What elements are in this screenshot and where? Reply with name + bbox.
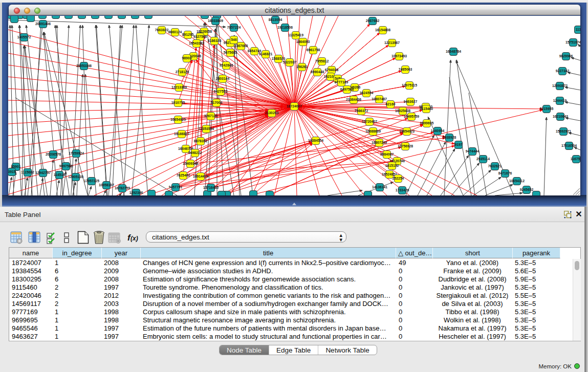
- svg-text:9227342: 9227342: [556, 69, 570, 73]
- svg-text:9327506: 9327506: [193, 35, 207, 38]
- svg-text:12905135: 12905135: [68, 175, 83, 179]
- svg-text:17359924: 17359924: [69, 151, 84, 155]
- svg-text:2130203: 2130203: [265, 111, 279, 115]
- svg-text:15409348: 15409348: [183, 162, 198, 165]
- svg-text:21364436: 21364436: [346, 98, 361, 101]
- svg-text:19166827: 19166827: [174, 132, 189, 136]
- svg-text:9115460: 9115460: [420, 107, 433, 111]
- svg-text:10756928: 10756928: [398, 144, 413, 148]
- svg-text:2087682: 2087682: [366, 19, 380, 23]
- svg-text:9777169: 9777169: [335, 80, 349, 84]
- svg-text:7857224: 7857224: [227, 26, 241, 29]
- svg-text:8186328: 8186328: [208, 39, 222, 42]
- svg-text:15716485: 15716485: [203, 186, 219, 189]
- svg-text:5938928: 5938928: [443, 136, 456, 139]
- svg-text:12942757: 12942757: [35, 171, 51, 174]
- svg-text:15692971: 15692971: [556, 129, 571, 133]
- svg-text:11325419: 11325419: [288, 33, 303, 37]
- svg-text:8660124: 8660124: [168, 30, 182, 34]
- svg-text:2803144: 2803144: [216, 77, 230, 80]
- svg-text:3915: 3915: [8, 170, 16, 173]
- svg-text:15720407: 15720407: [362, 120, 377, 123]
- svg-text:546: 546: [231, 38, 237, 41]
- svg-text:10025438: 10025438: [395, 109, 410, 113]
- svg-text:1115682: 1115682: [21, 170, 34, 174]
- svg-text:16154808: 16154808: [375, 28, 390, 32]
- svg-text:17957225: 17957225: [84, 179, 99, 183]
- svg-text:9097586: 9097586: [59, 164, 73, 168]
- svg-text:1244419: 1244419: [553, 99, 567, 102]
- svg-text:12353594: 12353594: [199, 127, 214, 130]
- svg-text:0899695: 0899695: [420, 121, 434, 125]
- svg-text:8215955: 8215955: [540, 107, 554, 111]
- svg-text:16782759: 16782759: [115, 186, 130, 190]
- svg-text:6497568: 6497568: [340, 87, 354, 91]
- svg-text:7485063: 7485063: [399, 68, 412, 71]
- svg-text:9463627: 9463627: [404, 100, 418, 103]
- svg-text:19384554: 19384554: [308, 139, 323, 142]
- svg-text:10654925: 10654925: [170, 118, 186, 121]
- svg-text:1615152: 1615152: [385, 164, 399, 167]
- svg-text:1864093: 1864093: [296, 40, 310, 43]
- svg-text:16033809: 16033809: [208, 19, 223, 23]
- svg-text:9457791: 9457791: [169, 185, 183, 189]
- svg-text:111: 111: [576, 28, 580, 31]
- svg-text:7632621: 7632621: [488, 164, 502, 168]
- svg-text:1440954: 1440954: [431, 129, 445, 133]
- svg-text:10973493: 10973493: [391, 54, 407, 58]
- svg-text:20206576: 20206576: [46, 152, 61, 156]
- svg-text:14136141: 14136141: [372, 185, 387, 189]
- svg-text:1292346: 1292346: [129, 191, 143, 194]
- svg-text:16543382: 16543382: [189, 41, 204, 45]
- svg-text:17016504: 17016504: [561, 144, 577, 147]
- svg-text:29053346: 29053346: [76, 64, 92, 68]
- svg-text:9829966: 9829966: [559, 54, 573, 58]
- svg-text:12213389: 12213389: [171, 85, 187, 89]
- svg-text:16914479: 16914479: [193, 174, 208, 178]
- svg-text:5322037: 5322037: [283, 60, 297, 64]
- svg-text:891295: 891295: [182, 33, 194, 36]
- svg-text:98903: 98903: [182, 56, 192, 60]
- svg-text:6961758: 6961758: [307, 48, 320, 52]
- svg-text:5498222: 5498222: [188, 151, 202, 155]
- svg-text:9474444: 9474444: [466, 149, 480, 153]
- svg-text:18807249: 18807249: [372, 141, 387, 144]
- svg-text:114519: 114519: [54, 173, 66, 177]
- svg-text:18724007: 18724007: [287, 104, 302, 108]
- svg-text:1010755: 1010755: [171, 101, 185, 104]
- svg-text:62160: 62160: [386, 102, 396, 106]
- svg-text:20691406: 20691406: [35, 22, 51, 26]
- svg-text:15751074: 15751074: [565, 40, 580, 44]
- svg-text:5675685: 5675685: [224, 51, 237, 54]
- svg-text:3624554: 3624554: [360, 91, 374, 95]
- svg-text:7625402: 7625402: [177, 173, 190, 177]
- svg-text:16210643: 16210643: [553, 115, 568, 118]
- svg-text:3267130: 3267130: [204, 114, 218, 118]
- svg-text:1405572: 1405572: [17, 35, 31, 39]
- svg-text:10654112: 10654112: [509, 179, 525, 183]
- svg-text:12975115: 12975115: [402, 83, 417, 87]
- svg-text:9146821: 9146821: [259, 52, 273, 56]
- svg-text:19218506: 19218506: [277, 26, 293, 29]
- svg-text:2718126: 2718126: [176, 70, 189, 74]
- svg-text:10688609: 10688609: [365, 129, 381, 133]
- svg-text:9084067: 9084067: [380, 152, 394, 156]
- svg-text:9197: 9197: [454, 143, 462, 146]
- svg-text:8878352: 8878352: [194, 139, 208, 143]
- svg-text:8990448: 8990448: [311, 70, 324, 74]
- svg-text:7986372: 7986372: [355, 109, 368, 113]
- svg-text:16648784: 16648784: [446, 50, 461, 53]
- svg-text:10807487: 10807487: [372, 97, 387, 101]
- svg-text:1588520: 1588520: [272, 57, 286, 60]
- svg-text:116753: 116753: [571, 157, 580, 161]
- svg-text:12093872: 12093872: [552, 84, 568, 87]
- svg-text:7955812: 7955812: [315, 59, 329, 63]
- svg-text:19654923: 19654923: [399, 129, 415, 133]
- svg-text:(x): (x): [130, 235, 138, 242]
- svg-text:8427552: 8427552: [214, 90, 228, 93]
- svg-text:7663822: 7663822: [155, 28, 169, 32]
- svg-text:10958107: 10958107: [99, 183, 114, 187]
- svg-text:156261: 156261: [296, 65, 308, 69]
- svg-text:8471676: 8471676: [498, 171, 512, 175]
- svg-text:252254: 252254: [393, 177, 404, 180]
